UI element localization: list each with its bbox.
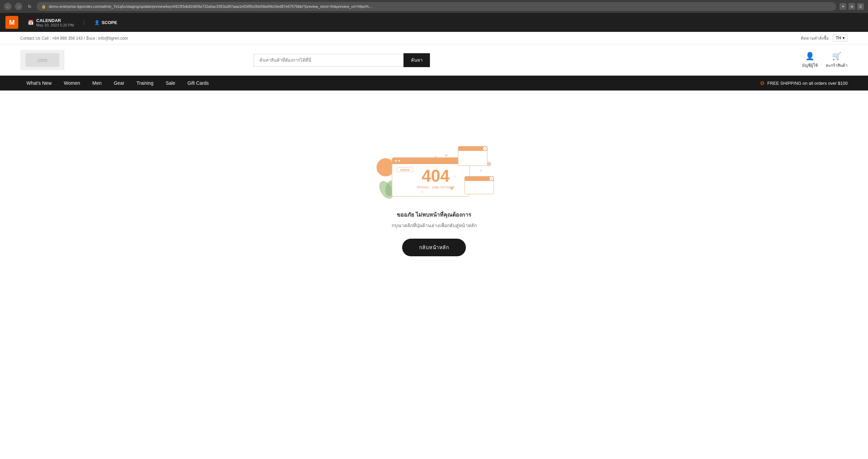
shipping-text: FREE SHIPPING on all orders over $100 bbox=[767, 81, 848, 86]
store-main: ✕ ERROR 404 Whoops... page not found! ✕ … bbox=[0, 91, 868, 294]
error-text-block: ขออภัย ไม่พบหน้าที่คุณต้องการ กรุณาคลิกท… bbox=[392, 211, 477, 229]
topbar-right: ติดตามคำสั่งซื้อ TH ▾ bbox=[801, 35, 848, 41]
track-order-link[interactable]: ติดตามคำสั่งซื้อ bbox=[801, 35, 829, 41]
account-label: บัญชีผู้ใช้ bbox=[802, 62, 818, 68]
sorry-desc: กรุณาคลิกที่ปุ่มด้านล่างเพื่อกลับสู่หน้า… bbox=[392, 222, 477, 229]
error-illustration: ✕ ERROR 404 Whoops... page not found! ✕ … bbox=[366, 128, 502, 200]
nav-gear[interactable]: Gear bbox=[107, 76, 130, 91]
nav-links: What's New Women Men Gear Training Sale … bbox=[20, 76, 215, 91]
lock-icon: 🔒 bbox=[41, 4, 46, 9]
search-area: ค้นหา bbox=[254, 53, 430, 67]
lang-arrow: ▾ bbox=[843, 36, 845, 40]
url-text: demo-enterprise.tigrendev.com/admin_7e1q… bbox=[49, 4, 372, 8]
account-icon: 👤 bbox=[805, 52, 814, 61]
address-bar[interactable]: 🔒 demo-enterprise.tigrendev.com/admin_7e… bbox=[37, 2, 836, 11]
svg-point-32 bbox=[480, 169, 482, 172]
cart-button[interactable]: 🛒 ตะกร้าสินค้า bbox=[826, 52, 848, 68]
nav-sale[interactable]: Sale bbox=[160, 76, 181, 91]
sorry-title: ขออภัย ไม่พบหน้าที่คุณต้องการ bbox=[392, 211, 477, 219]
svg-text:✕: ✕ bbox=[453, 175, 456, 178]
account-button[interactable]: 👤 บัญชีผู้ใช้ bbox=[802, 52, 818, 68]
magento-logo: M bbox=[5, 16, 18, 29]
cart-label: ตะกร้าสินค้า bbox=[826, 62, 848, 68]
svg-rect-9 bbox=[392, 161, 470, 164]
search-button[interactable]: ค้นหา bbox=[403, 53, 430, 67]
browser-chrome: ← → ↻ 🔒 demo-enterprise.tigrendev.com/ad… bbox=[0, 0, 868, 13]
svg-text:Whoops... page not found!: Whoops... page not found! bbox=[417, 185, 455, 189]
back-home-button[interactable]: กลับหน้าหลัก bbox=[402, 239, 466, 256]
search-input[interactable] bbox=[254, 54, 403, 66]
scope-label: SCOPE bbox=[102, 20, 117, 25]
svg-text:✕: ✕ bbox=[421, 190, 424, 194]
free-shipping-banner: ⚙ FREE SHIPPING on all orders over $100 bbox=[760, 80, 848, 86]
calendar-title: CALENDAR bbox=[36, 18, 74, 23]
store-logo[interactable]: LOGO bbox=[20, 50, 64, 70]
calendar-icon: 📅 bbox=[28, 20, 34, 25]
store-nav: What's New Women Men Gear Training Sale … bbox=[0, 76, 868, 91]
contact-info: Contact Us Call : +84 988 358 143 / อีเม… bbox=[20, 35, 128, 41]
nav-whats-new[interactable]: What's New bbox=[20, 76, 58, 91]
browser-extensions: ✦ ⊕ ☰ bbox=[840, 3, 864, 10]
nav-training[interactable]: Training bbox=[131, 76, 160, 91]
lang-text: TH bbox=[836, 36, 841, 40]
svg-point-12 bbox=[395, 160, 397, 162]
header-icons: 👤 บัญชีผู้ใช้ 🛒 ตะกร้าสินค้า bbox=[802, 52, 848, 68]
svg-text:LOGO: LOGO bbox=[38, 59, 47, 62]
cart-icon: 🛒 bbox=[832, 52, 841, 61]
admin-toolbar: M 📅 CALENDAR May 20, 2023 5:20 PM | 👤 SC… bbox=[0, 13, 868, 32]
store-header: LOGO ค้นหา 👤 บัญชีผู้ใช้ 🛒 ตะกร้าสินค้า bbox=[0, 44, 868, 76]
admin-date: May 20, 2023 5:20 PM bbox=[36, 23, 74, 27]
shipping-icon: ⚙ bbox=[760, 80, 765, 86]
language-switcher[interactable]: TH ▾ bbox=[833, 35, 848, 41]
ext-icon-1: ✦ bbox=[840, 3, 846, 10]
svg-point-31 bbox=[445, 154, 448, 157]
admin-divider: | bbox=[83, 19, 85, 25]
svg-point-33 bbox=[450, 186, 454, 190]
svg-text:ERROR: ERROR bbox=[400, 168, 410, 172]
store-topbar: Contact Us Call : +84 988 358 143 / อีเม… bbox=[0, 32, 868, 44]
forward-button[interactable]: → bbox=[15, 3, 22, 10]
ext-icon-2: ⊕ bbox=[848, 3, 855, 10]
ext-icon-3: ☰ bbox=[857, 3, 864, 10]
svg-text:✕: ✕ bbox=[490, 177, 493, 180]
svg-text:✕: ✕ bbox=[434, 155, 437, 159]
admin-scope-section: 👤 SCOPE bbox=[94, 20, 117, 25]
svg-point-13 bbox=[398, 160, 400, 162]
svg-text:404: 404 bbox=[421, 166, 450, 185]
svg-text:✕: ✕ bbox=[484, 147, 486, 151]
scope-icon: 👤 bbox=[94, 20, 100, 25]
nav-men[interactable]: Men bbox=[86, 76, 107, 91]
refresh-button[interactable]: ↻ bbox=[26, 3, 33, 10]
admin-calendar-section: 📅 CALENDAR May 20, 2023 5:20 PM bbox=[28, 18, 74, 27]
back-button[interactable]: ← bbox=[4, 3, 12, 10]
nav-women[interactable]: Women bbox=[58, 76, 86, 91]
nav-gift-cards[interactable]: Gift Cards bbox=[181, 76, 215, 91]
